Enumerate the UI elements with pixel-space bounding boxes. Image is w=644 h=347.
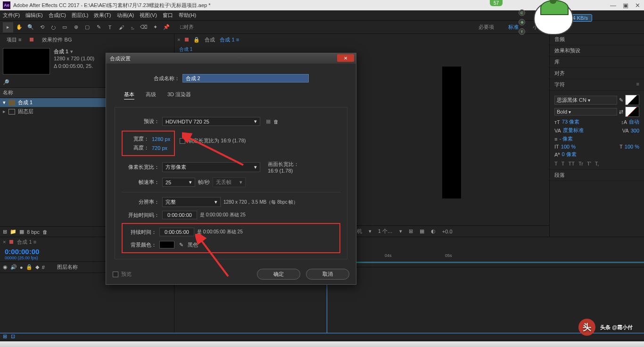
par-select[interactable]: 方形像素▾ — [162, 162, 260, 172]
roto-tool-icon[interactable]: ✦ — [150, 22, 160, 33]
eraser-tool-icon[interactable]: ⌫ — [139, 22, 149, 33]
panel-character-title[interactable]: 字符 — [554, 81, 565, 88]
tab-3d-renderer[interactable]: 3D 渲染器 — [167, 91, 191, 99]
start-timecode-input[interactable] — [162, 211, 197, 219]
hand-tool-icon[interactable]: ✋ — [14, 22, 25, 33]
trash-icon[interactable]: 🗑 — [42, 229, 48, 235]
panel-effects-presets[interactable]: 效果和预设 — [550, 45, 644, 57]
pan-behind-tool-icon[interactable]: ⊕ — [71, 22, 81, 33]
menu-edit[interactable]: 编辑(E) — [25, 12, 43, 19]
italic-icon[interactable]: T — [561, 161, 565, 166]
eye-icon[interactable]: ◉ — [3, 264, 8, 270]
overlay-orb-icon[interactable]: T — [519, 28, 525, 35]
caps-icon[interactable]: TT — [568, 161, 574, 166]
watermark-icon: 头 — [578, 319, 595, 336]
close-button[interactable]: ✕ — [635, 2, 640, 9]
smallcaps-icon[interactable]: Tr — [578, 161, 583, 166]
menu-animation[interactable]: 动画(A) — [117, 12, 134, 19]
menu-composition[interactable]: 合成(C) — [49, 12, 66, 19]
comp-thumbnail[interactable] — [3, 48, 50, 74]
speaker-icon[interactable]: 🔊 — [10, 264, 17, 270]
delete-preset-icon[interactable]: 🗑 — [273, 119, 279, 124]
pen-tool-icon[interactable]: ✎ — [93, 22, 104, 33]
panel-paragraph[interactable]: 段落 — [550, 170, 644, 181]
lock-aspect-checkbox[interactable] — [180, 138, 185, 144]
resolution-select[interactable]: 完整▾ — [162, 197, 221, 207]
composition-canvas[interactable] — [442, 66, 461, 198]
fps-select[interactable]: 25▾ — [162, 178, 195, 187]
toggle-icon[interactable]: ⊡ — [11, 333, 15, 339]
ok-button[interactable]: 确定 — [257, 269, 300, 280]
dialog-titlebar[interactable]: 合成设置 ✕ — [106, 53, 356, 64]
breadcrumb-comp[interactable]: 合成 1 — [179, 46, 192, 53]
menu-view[interactable]: 视图(V) — [140, 12, 157, 19]
snap-toggle[interactable]: □对齐 — [180, 24, 194, 31]
swap-icon[interactable]: ⇄ — [619, 109, 623, 115]
puppet-tool-icon[interactable]: 📌 — [161, 22, 172, 33]
tab-project[interactable]: 项目 ≡ — [2, 35, 26, 44]
maximize-button[interactable]: ▣ — [623, 2, 628, 9]
toggle-icon[interactable]: ⊞ — [3, 333, 7, 339]
height-value[interactable]: 720 px — [152, 145, 167, 151]
selection-tool-icon[interactable]: ▸ — [3, 22, 13, 33]
shape-tool-icon[interactable]: ▢ — [82, 22, 92, 33]
super-icon[interactable]: T' — [587, 161, 591, 166]
eyedropper-icon[interactable]: ✎ — [619, 97, 623, 103]
new-comp-icon[interactable]: ▦ — [19, 229, 24, 235]
search-icon[interactable]: 🔎 — [3, 79, 9, 85]
menu-file[interactable]: 文件(F) — [3, 12, 20, 19]
duration-input[interactable] — [159, 228, 194, 236]
bold-icon[interactable]: T — [554, 161, 558, 166]
preset-select[interactable]: HDV/HDTV 720 25▾ — [162, 117, 260, 126]
preview-label: 预览 — [121, 271, 132, 278]
bg-color-swatch[interactable] — [159, 241, 174, 248]
camera-tool-icon[interactable]: ▭ — [59, 22, 70, 33]
sub-icon[interactable]: T, — [595, 161, 599, 166]
interpret-icon[interactable]: ⊞ — [3, 229, 7, 235]
workspace-essentials[interactable]: 必要项 — [472, 21, 501, 34]
lock-icon[interactable]: 🔒 — [26, 264, 33, 270]
eyedropper-icon[interactable]: ✎ — [177, 241, 185, 248]
minimize-button[interactable]: ― — [610, 2, 616, 9]
tab-effect-controls[interactable]: 效果控件 BG — [37, 35, 76, 44]
vf-exposure[interactable]: +0.0 — [440, 229, 454, 234]
text-tool-icon[interactable]: T — [105, 22, 115, 33]
save-preset-icon[interactable]: ▦ — [266, 118, 271, 124]
comp-name-input[interactable] — [182, 74, 309, 83]
lock-icon[interactable]: 🔒 — [193, 37, 200, 43]
overlay-orb-icon[interactable]: ⊕ — [519, 19, 525, 25]
font-family-select[interactable]: 思源黑体 CN ▾ — [554, 96, 617, 105]
zoom-tool-icon[interactable]: 🔍 — [25, 22, 36, 33]
badge-overlay: 57 — [490, 0, 503, 6]
preview-checkbox[interactable] — [113, 272, 118, 277]
color-swatch[interactable] — [625, 95, 639, 105]
folder-icon — [8, 109, 15, 115]
menu-layer[interactable]: 图层(L) — [72, 12, 88, 19]
col-layer-name[interactable]: 图层名称 — [57, 264, 78, 271]
font-weight-select[interactable]: Bold ▾ — [554, 108, 617, 116]
dialog-close-button[interactable]: ✕ — [337, 54, 354, 62]
panel-audio[interactable]: 音频 — [550, 34, 644, 45]
solo-icon[interactable]: ● — [20, 264, 23, 270]
panel-align[interactable]: 对齐 — [550, 68, 644, 79]
overlay-orb-icon[interactable]: C — [519, 9, 525, 16]
orbit-tool-icon[interactable]: ⟲ — [37, 22, 47, 33]
brush-tool-icon[interactable]: 🖌 — [116, 22, 126, 33]
rotate-tool-icon[interactable]: ⭮ — [48, 22, 58, 33]
stamp-tool-icon[interactable]: ⎁ — [127, 22, 138, 33]
stroke-swatch[interactable] — [625, 107, 639, 117]
bpc-toggle[interactable]: 8 bpc — [27, 229, 40, 235]
menu-help[interactable]: 帮助(H) — [179, 12, 196, 19]
panel-library[interactable]: 库 — [550, 57, 644, 68]
new-folder-icon[interactable]: 📁 — [10, 229, 17, 235]
cancel-button[interactable]: 取消 — [306, 269, 349, 280]
width-value[interactable]: 1280 px — [152, 136, 170, 142]
record-dot-icon — [30, 38, 33, 41]
label-icon[interactable]: ◆ — [35, 264, 39, 270]
tab-basic[interactable]: 基本 — [124, 91, 134, 99]
timeline-tab[interactable]: 合成 1 ≡ — [17, 239, 36, 246]
menu-window[interactable]: 窗口 — [163, 12, 173, 19]
viewer-tab-active[interactable]: 合成 1 ≡ — [220, 36, 239, 43]
menu-effect[interactable]: 效果(T) — [94, 12, 111, 19]
tab-advanced[interactable]: 高级 — [146, 91, 156, 99]
